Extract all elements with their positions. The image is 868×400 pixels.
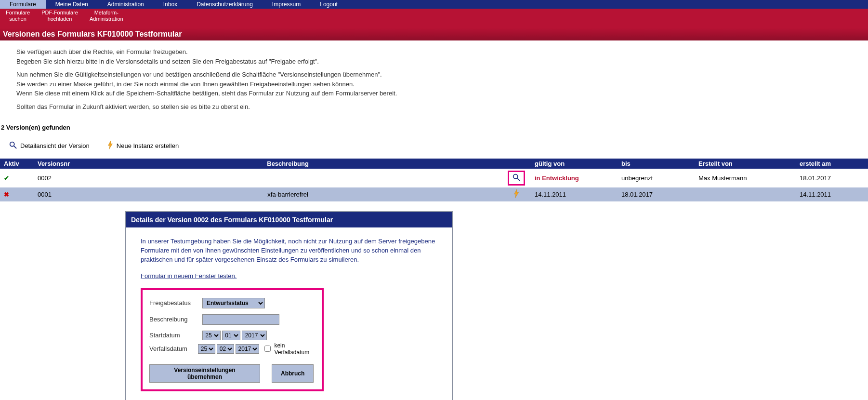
- verfall-day-select[interactable]: 25: [198, 344, 215, 354]
- submenu-pdf-hochladen[interactable]: PDF-Formularehochladen: [36, 9, 84, 23]
- magnifier-icon: [9, 141, 17, 151]
- settings-form: Freigabestatus Entwurfsstatus Beschreibu…: [141, 288, 324, 391]
- action-detail-label: Detailansicht der Version: [20, 142, 90, 149]
- result-count: 2 Version(en) gefunden: [0, 122, 868, 133]
- apply-settings-button[interactable]: Versionseinstellungen übernehmen: [149, 364, 260, 383]
- svg-line-1: [14, 146, 16, 148]
- dialog-title: Details der Version 0002 des Formulars K…: [126, 212, 452, 227]
- svg-marker-5: [514, 189, 519, 198]
- row-new-instance-button[interactable]: [513, 192, 520, 200]
- beschr-input[interactable]: [202, 314, 279, 325]
- inactive-x-icon: ✖: [4, 191, 9, 198]
- cell-erst-am: 14.11.2011: [796, 187, 868, 201]
- active-check-icon: ✔: [4, 174, 9, 182]
- cell-beschr: xfa-barrierefrei: [74, 187, 502, 201]
- cell-bis: unbegrenzt: [618, 169, 695, 187]
- cell-gueltig: in Entwicklung: [535, 174, 579, 182]
- cell-versnr: 0002: [34, 169, 74, 187]
- cell-gueltig: 14.11.2011: [531, 187, 618, 201]
- page-title: Versionen des Formulars KF010000 Testfor…: [0, 28, 868, 40]
- table-row[interactable]: ✔ 0002 in Entwicklung unbegrenzt Max Mus…: [0, 169, 868, 187]
- start-month-select[interactable]: 01: [222, 331, 240, 340]
- menu-formulare[interactable]: Formulare: [0, 0, 46, 9]
- sub-menu: Formularesuchen PDF-Formularehochladen M…: [0, 9, 868, 23]
- cell-bis: 18.01.2017: [618, 187, 695, 201]
- th-erstellt-von[interactable]: Erstellt von: [695, 159, 796, 169]
- menu-datenschutz[interactable]: Datenschutzerklärung: [187, 0, 263, 9]
- dialog-text: In unserer Testumgebung haben Sie die Mö…: [141, 237, 437, 265]
- test-form-link[interactable]: Formular in neuem Fenster testen.: [141, 272, 237, 280]
- cell-erst-am: 18.01.2017: [796, 169, 868, 187]
- menu-meine-daten[interactable]: Meine Daten: [46, 0, 98, 9]
- lightning-icon: [107, 141, 114, 151]
- cell-versnr: 0001: [34, 187, 74, 201]
- submenu-metaform-admin[interactable]: Metaform-Administration: [84, 9, 129, 23]
- svg-point-0: [10, 142, 14, 147]
- th-beschreibung[interactable]: Beschreibung: [74, 159, 502, 169]
- cell-erst-von: Max Mustermann: [695, 169, 796, 187]
- action-bar: Detailansicht der Version Neue Instanz e…: [0, 133, 868, 159]
- table-row[interactable]: ✖ 0001 xfa-barrierefrei 14.11.2011 18.01…: [0, 187, 868, 201]
- no-verfall-label: kein Verfallsdatum: [274, 342, 315, 356]
- row-detail-button[interactable]: [508, 171, 525, 186]
- th-versionsnr[interactable]: Versionsnr: [34, 159, 74, 169]
- th-gueltig-von[interactable]: gültig von: [531, 159, 618, 169]
- verfall-year-select[interactable]: 2017: [236, 344, 259, 354]
- submenu-formulare-suchen[interactable]: Formularesuchen: [0, 9, 36, 23]
- th-erstellt-am[interactable]: erstellt am: [796, 159, 868, 169]
- versions-table: Aktiv Versionsnr Beschreibung gültig von…: [0, 159, 868, 201]
- action-new-instance[interactable]: Neue Instanz erstellen: [107, 141, 179, 151]
- freigabe-label: Freigabestatus: [149, 299, 202, 307]
- svg-marker-2: [108, 141, 112, 149]
- beschr-label: Beschreibung: [149, 316, 202, 323]
- main-menu: Formulare Meine Daten Administration Inb…: [0, 0, 868, 9]
- svg-point-3: [513, 174, 518, 179]
- verfall-month-select[interactable]: 02: [217, 344, 234, 354]
- action-detail-view[interactable]: Detailansicht der Version: [9, 141, 90, 151]
- cell-beschr: [74, 169, 502, 187]
- version-details-dialog: Details der Version 0002 des Formulars K…: [125, 211, 453, 400]
- menu-impressum[interactable]: Impressum: [263, 0, 310, 9]
- no-verfall-checkbox[interactable]: [264, 346, 271, 352]
- red-divider: [0, 23, 868, 28]
- action-new-instance-label: Neue Instanz erstellen: [117, 142, 179, 149]
- th-bis[interactable]: bis: [618, 159, 695, 169]
- start-year-select[interactable]: 2017: [242, 331, 267, 340]
- cell-erst-von: [695, 187, 796, 201]
- menu-inbox[interactable]: Inbox: [154, 0, 187, 9]
- menu-logout[interactable]: Logout: [310, 0, 347, 9]
- freigabe-select[interactable]: Entwurfsstatus: [202, 298, 265, 308]
- start-label: Startdatum: [149, 332, 202, 339]
- th-aktiv[interactable]: Aktiv: [0, 159, 34, 169]
- menu-administration[interactable]: Administration: [98, 0, 154, 9]
- start-day-select[interactable]: 25: [202, 331, 221, 340]
- intro-text: Sie verfügen auch über die Rechte, ein F…: [0, 40, 868, 122]
- cancel-button[interactable]: Abbruch: [272, 364, 314, 383]
- verfall-label: Verfallsdatum: [149, 345, 198, 352]
- svg-line-4: [517, 178, 520, 181]
